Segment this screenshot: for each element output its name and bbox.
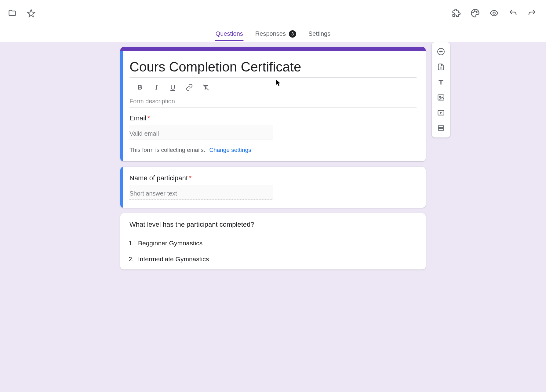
theme-accent-bar [120, 47, 426, 51]
form-description-input[interactable] [129, 93, 417, 108]
email-answer-field[interactable] [129, 125, 273, 140]
tab-responses[interactable]: Responses 3 [255, 27, 297, 41]
svg-point-0 [473, 12, 474, 13]
puzzle-icon [452, 9, 461, 18]
required-star-icon: * [147, 114, 150, 122]
plus-circle-icon [437, 48, 445, 56]
link-button[interactable] [184, 82, 194, 92]
svg-point-6 [439, 96, 441, 97]
star-icon [27, 9, 35, 17]
level-question-label: What level has the participant completed… [129, 221, 417, 229]
undo-button[interactable] [506, 6, 520, 20]
palette-icon [471, 9, 480, 18]
preview-button[interactable] [487, 6, 501, 20]
text-format-bar: B I U [129, 78, 417, 93]
tab-questions-label: Questions [216, 30, 243, 37]
email-label-text: Email [129, 114, 146, 122]
addons-button[interactable] [450, 6, 463, 20]
title-icon [437, 78, 445, 86]
eye-icon [490, 9, 499, 18]
selection-accent [120, 167, 123, 208]
bold-button[interactable]: B [135, 82, 145, 92]
form-header-card[interactable]: B I U Email* This form is collecting [120, 47, 426, 161]
svg-rect-9 [438, 129, 443, 130]
form-column: B I U Email* This form is collecting [120, 47, 426, 269]
video-icon [437, 109, 445, 117]
tab-questions[interactable]: Questions [215, 27, 244, 41]
import-questions-button[interactable] [434, 60, 448, 74]
section-icon [437, 124, 445, 132]
clear-format-button[interactable] [201, 82, 211, 92]
add-section-button[interactable] [434, 121, 448, 135]
top-right-group [450, 6, 539, 20]
top-left-group [5, 6, 38, 20]
italic-button[interactable]: I [151, 82, 161, 92]
question-card-level[interactable]: What level has the participant completed… [120, 213, 426, 269]
add-question-button[interactable] [434, 45, 448, 59]
name-question-label: Name of participant* [129, 174, 417, 182]
add-title-button[interactable] [434, 75, 448, 89]
svg-point-3 [493, 12, 495, 14]
change-settings-link[interactable]: Change settings [209, 147, 251, 153]
level-option-2-text: Intermediate Gymnastics [138, 255, 209, 262]
level-option-1-text: Begginner Gymnastics [138, 240, 202, 247]
svg-point-2 [476, 11, 477, 12]
selection-accent [120, 51, 123, 161]
form-title-input[interactable] [129, 58, 417, 78]
name-label-text: Name of participant [129, 174, 188, 182]
add-image-button[interactable] [434, 90, 448, 104]
customize-theme-button[interactable] [468, 6, 482, 20]
add-video-button[interactable] [434, 106, 448, 120]
redo-icon [527, 9, 537, 18]
tab-responses-label: Responses [255, 30, 286, 37]
star-button[interactable] [24, 6, 38, 20]
responses-count-badge: 3 [289, 30, 296, 38]
collecting-emails-note: This form is collecting emails. Change s… [129, 147, 417, 153]
name-answer-field[interactable] [129, 185, 273, 200]
email-question-label: Email* [129, 114, 417, 122]
image-icon [437, 93, 445, 101]
link-icon [186, 84, 193, 91]
required-star-icon: * [189, 174, 192, 182]
tab-settings[interactable]: Settings [308, 27, 331, 41]
question-toolbar [432, 42, 450, 137]
svg-rect-8 [438, 126, 443, 127]
level-options-list: Begginner Gymnastics Intermediate Gymnas… [129, 235, 417, 267]
undo-icon [508, 9, 518, 18]
level-option-1[interactable]: Begginner Gymnastics [136, 235, 417, 251]
form-canvas: B I U Email* This form is collecting [0, 42, 546, 392]
redo-button[interactable] [525, 6, 539, 20]
underline-button[interactable]: U [168, 82, 178, 92]
svg-point-1 [474, 11, 475, 12]
level-option-2[interactable]: Intermediate Gymnastics [136, 251, 417, 267]
top-toolbar [0, 0, 546, 26]
folder-icon [8, 9, 16, 17]
import-icon [437, 63, 445, 71]
tab-settings-label: Settings [308, 30, 330, 37]
collecting-note-text: This form is collecting emails. [129, 147, 205, 153]
clear-format-icon [202, 84, 209, 91]
move-to-folder-button[interactable] [5, 6, 19, 20]
question-card-name[interactable]: Name of participant* [120, 167, 426, 208]
tabs-bar: Questions Responses 3 Settings [0, 26, 546, 42]
